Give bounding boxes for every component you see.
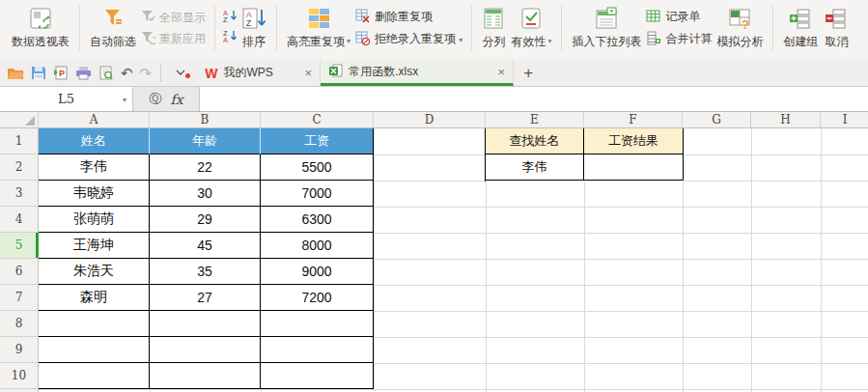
create-group-button[interactable]: 创建组 [780,4,821,50]
save-icon[interactable] [31,66,46,80]
open-file-icon[interactable] [7,66,24,80]
svg-text:?: ? [742,17,749,31]
cell-e1[interactable]: 查找姓名 [486,128,584,154]
auto-filter-button[interactable]: 自动筛选 [87,4,139,50]
sort-ascending-icon[interactable]: AZ [222,9,238,27]
row-header-6[interactable]: 6 [0,259,38,285]
search-function-icon[interactable]: Ⓠ [149,91,161,108]
formula-input[interactable] [199,87,868,111]
row-header-2[interactable]: 2 [0,154,38,181]
cell-b6[interactable]: 35 [150,259,261,285]
cell-a7[interactable]: 森明 [39,285,150,311]
cell-c4[interactable]: 6300 [261,207,374,233]
cell-a8[interactable] [39,311,150,337]
sort-descending-icon[interactable]: ZA [222,29,238,47]
customize-toolbar-button[interactable] [170,70,191,76]
text-to-columns-icon [482,6,505,32]
cell-c3[interactable]: 7000 [261,181,374,207]
row-header-5-selected[interactable]: 5 [0,233,38,259]
cell-f1[interactable]: 工资结果 [584,128,684,154]
row-header-1[interactable]: 1 [0,128,38,154]
text-to-columns-button[interactable]: 分列 [479,4,508,50]
cell-a3[interactable]: 韦晓婷 [39,181,150,207]
consolidate-button[interactable]: 合并计算 [644,30,714,49]
delete-duplicates-icon [355,9,371,26]
row-header-8[interactable]: 8 [0,311,38,337]
row-header-7[interactable]: 7 [0,285,38,311]
cell-b1[interactable]: 年龄 [150,128,261,154]
close-tab-icon[interactable]: × [305,66,313,80]
cell-c10[interactable] [261,363,374,389]
column-header-h[interactable]: H [751,112,821,127]
select-all-corner[interactable] [0,112,39,127]
show-all-button[interactable]: 全部显示 [139,9,208,27]
column-header-c[interactable]: C [261,112,374,127]
cell-e2[interactable]: 李伟 [486,154,584,181]
cell-a10[interactable] [39,363,150,389]
column-header-b[interactable]: B [150,112,261,127]
name-box-caret-icon[interactable]: ▾ [123,96,126,104]
row-header-4[interactable]: 4 [0,207,38,233]
close-tab-icon[interactable]: × [498,65,506,79]
cell-b3[interactable]: 30 [150,181,261,207]
validation-button[interactable]: 有效性 ▾ [508,4,554,50]
cell-b2[interactable]: 22 [150,154,261,181]
cell-a1[interactable]: 姓名 [39,128,150,154]
row-header-10[interactable]: 10 [0,363,38,389]
cell-c6[interactable]: 9000 [261,259,374,285]
ribbon-group-duplicates: 高亮重复项▾ 删除重复项 拒绝录入重复项 ▾ [277,4,471,52]
cell-b7[interactable]: 27 [150,285,261,311]
column-header-d[interactable]: D [374,112,486,127]
what-if-analysis-label: 模拟分析 [716,35,763,48]
gridline [751,128,752,392]
what-if-analysis-button[interactable]: ? 模拟分析 [714,4,766,50]
cell-a9[interactable] [39,337,150,363]
cell-c9[interactable] [261,337,374,363]
tab-document[interactable]: 常用函数.xlsx × [321,60,514,86]
column-header-g[interactable]: G [683,112,751,127]
cell-b8[interactable] [150,311,261,337]
cell-c7[interactable]: 7200 [261,285,374,311]
column-headers: A B C D E F G H I [0,112,868,128]
ungroup-button[interactable]: 取消 [821,4,852,50]
cell-b4[interactable]: 29 [150,207,261,233]
insert-dropdown-list-button[interactable]: 插入下拉列表 [569,4,644,50]
insert-function-icon[interactable]: fx [170,92,182,107]
consolidate-label: 合并计算 [665,31,712,47]
cell-b9[interactable] [150,337,261,363]
print-icon[interactable] [75,66,92,80]
highlight-duplicates-button[interactable]: 高亮重复项▾ [284,4,353,50]
cell-a5[interactable]: 王海坤 [39,233,150,259]
cell-c8[interactable] [261,311,374,337]
sort-button[interactable]: AZ 排序 [238,4,269,50]
record-form-button[interactable]: 记录单 [644,8,714,27]
redo-icon[interactable]: ↷ [140,66,153,80]
reject-duplicates-button[interactable]: 拒绝录入重复项 ▾ [353,30,464,49]
column-header-e[interactable]: E [486,112,584,127]
print-preview-icon[interactable] [98,66,114,80]
cell-b10[interactable] [150,363,261,389]
cell-b5[interactable]: 45 [150,233,261,259]
column-header-f[interactable]: F [584,112,683,127]
cell-c5[interactable]: 8000 [261,233,374,259]
new-tab-button[interactable]: + [514,60,543,86]
name-box[interactable]: L5 ▾ [0,87,133,111]
cell-a4[interactable]: 张萌萌 [39,207,150,233]
cell-a2[interactable]: 李伟 [39,154,150,181]
cell-a6[interactable]: 朱浩天 [39,259,150,285]
undo-icon[interactable]: ↶ [121,66,133,80]
cell-f2[interactable] [584,154,684,181]
row-header-9[interactable]: 9 [0,337,38,363]
reapply-button[interactable]: 重新应用 [139,30,208,48]
cell-c1[interactable]: 工资 [261,128,374,154]
column-header-a[interactable]: A [39,112,150,127]
export-pdf-icon[interactable]: P [53,66,69,80]
delete-duplicates-button[interactable]: 删除重复项 [353,8,464,27]
pivot-table-button[interactable]: 数据透视表 [9,4,72,50]
tab-my-wps[interactable]: W 我的WPS × [197,60,321,86]
column-header-i[interactable]: I [821,112,868,127]
gridline [39,389,868,390]
cell-c2[interactable]: 5500 [261,154,374,181]
row-header-3[interactable]: 3 [0,181,38,207]
tab-my-wps-label: 我的WPS [223,65,272,81]
